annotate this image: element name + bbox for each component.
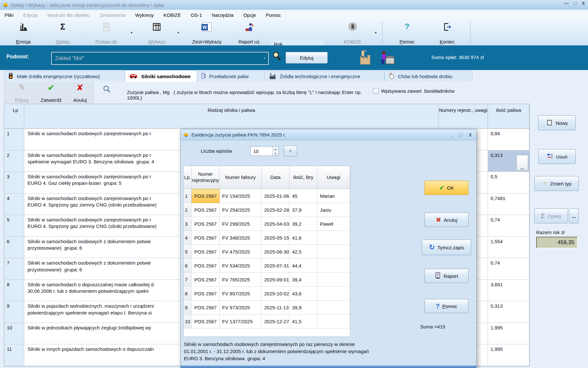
row-ilosc[interactable]: 0,313 bbox=[488, 301, 529, 323]
cell-ilosc[interactable]: 41,6 bbox=[289, 231, 317, 245]
cell-numer-rejestracyjny[interactable]: POS 2567 bbox=[192, 231, 220, 245]
cell-lp[interactable]: 10 bbox=[184, 315, 192, 328]
cell-numer-faktury[interactable]: FV 475/2025 bbox=[220, 245, 262, 259]
row-ilosc[interactable]: 0,74 bbox=[488, 215, 529, 237]
dialog-pomoc-button[interactable]: ? Pomoc bbox=[424, 299, 469, 313]
usun-button[interactable]: Usuń bbox=[538, 149, 576, 164]
cell-ilosc[interactable]: 39,9 bbox=[289, 301, 317, 315]
cell-lp[interactable]: 2 bbox=[184, 203, 192, 217]
zestaw-zb-button[interactable]: Zestaw.zb. bbox=[85, 21, 128, 45]
maximize-icon[interactable]: □ bbox=[574, 1, 576, 6]
pomoc-button[interactable]: ? Pomoc bbox=[388, 21, 426, 45]
cell-numer-rejestracyjny[interactable]: POS 2567 bbox=[192, 259, 220, 273]
edytuj-button[interactable]: ✎ Edytuj bbox=[9, 83, 35, 103]
menu-opcje[interactable]: Opcje bbox=[243, 12, 256, 18]
row-ilosc[interactable]: 0,7481 bbox=[488, 194, 529, 215]
add-entry-button[interactable]: + bbox=[284, 146, 297, 157]
cell-data[interactable]: 2025-05-15 bbox=[262, 231, 289, 245]
minimize-icon[interactable]: — bbox=[564, 1, 569, 6]
dialog-maximize-icon[interactable]: □ bbox=[459, 132, 462, 137]
podmiot-combobox[interactable]: Zakład "Mol" ▼ bbox=[51, 52, 269, 65]
cell-uwagi[interactable]: Paweł bbox=[317, 217, 350, 231]
ok-button[interactable]: ✔ OK bbox=[424, 181, 469, 195]
spin-up-icon[interactable]: ▲ bbox=[273, 147, 278, 151]
cell-data[interactable]: 2025-10-02 bbox=[262, 287, 289, 301]
row-ilosc-selected[interactable]: 0,313 ... bbox=[488, 150, 529, 172]
close-icon[interactable]: X bbox=[582, 1, 585, 6]
podmiot-edytuj-button[interactable]: Edytuj bbox=[286, 52, 328, 64]
cell-numer-faktury[interactable]: FV 973/2025 bbox=[220, 301, 262, 315]
cell-data[interactable]: 2025-02-28 bbox=[262, 203, 289, 217]
cell-ilosc[interactable]: 37,9 bbox=[289, 203, 317, 217]
cell-numer-faktury[interactable]: FV 534/2025 bbox=[220, 259, 262, 273]
cell-numer-rejestracyjny[interactable]: POS 2567 bbox=[192, 301, 220, 315]
cell-uwagi[interactable] bbox=[317, 315, 350, 328]
wykazy-dropdown-icon[interactable]: ▼ bbox=[177, 31, 180, 34]
person-at-desk-icon[interactable] bbox=[378, 51, 397, 66]
cell-numer-rejestracyjny-selected[interactable]: POS 2567 bbox=[192, 189, 220, 203]
row-ilosc[interactable]: 1,554 bbox=[488, 237, 529, 258]
cell-lp[interactable]: 9 bbox=[184, 301, 192, 315]
zmien-typ-button[interactable]: ☞ Zmień typ bbox=[534, 176, 579, 191]
nowy-button[interactable]: Nowy bbox=[538, 115, 576, 130]
cell-uwagi[interactable]: Jasiu bbox=[317, 203, 350, 217]
menu-os1[interactable]: OS-1 bbox=[191, 12, 202, 18]
oplaty-side-button[interactable]: Σ Opłaty bbox=[534, 208, 568, 223]
cell-numer-rejestracyjny[interactable]: POS 2567 bbox=[192, 245, 220, 259]
cell-uwagi[interactable] bbox=[317, 301, 350, 315]
cell-numer-rejestracyjny[interactable]: POS 2567 bbox=[192, 315, 220, 328]
dialog-title-bar[interactable]: Ewidencja zużycia paliwa PKN 7654 2025 r… bbox=[181, 129, 476, 140]
cell-numer-faktury[interactable]: FV 765/2025 bbox=[220, 273, 262, 287]
menu-wykresy[interactable]: Wykresy bbox=[135, 12, 153, 18]
row-ilosc[interactable]: 3,691 bbox=[488, 280, 529, 302]
dialog-close-icon[interactable]: X bbox=[469, 132, 472, 137]
cell-lp[interactable]: 7 bbox=[184, 273, 192, 287]
raport-uz-button[interactable]: Raport uż. bbox=[231, 21, 269, 45]
spin-down-icon[interactable]: ▼ bbox=[273, 151, 278, 156]
bioskladniki-checkbox[interactable] bbox=[373, 88, 379, 94]
cell-ilosc[interactable]: 39,4 bbox=[289, 273, 317, 287]
wykazy-button[interactable]: Wykazy bbox=[139, 21, 175, 45]
menu-narzedzia[interactable]: Narzędzia bbox=[212, 12, 234, 18]
cell-uwagi[interactable]: Marian bbox=[317, 189, 350, 203]
cell-data[interactable]: 2025-11-13 bbox=[262, 301, 289, 315]
oplaty-button[interactable]: Σ Opłaty bbox=[44, 21, 82, 45]
cell-data[interactable]: 2025-12-27 bbox=[262, 315, 289, 328]
cell-numer-rejestracyjny[interactable]: POS 2567 bbox=[192, 217, 220, 231]
cell-numer-rejestracyjny[interactable]: POS 2567 bbox=[192, 203, 220, 217]
cell-numer-rejestracyjny[interactable]: POS 2567 bbox=[192, 273, 220, 287]
cell-numer-faktury[interactable]: FV 154/2025 bbox=[220, 189, 262, 203]
cell-data[interactable]: 2025-06-30 bbox=[262, 245, 289, 259]
cell-data[interactable]: 2025-04-03 bbox=[262, 217, 289, 231]
koniec-button[interactable]: Koniec bbox=[428, 21, 466, 45]
cell-data[interactable]: 2025-07-31 bbox=[262, 259, 289, 273]
cell-data[interactable]: 2025-01-06 bbox=[262, 189, 289, 203]
row-ilosc[interactable]: 0,74 bbox=[488, 258, 529, 280]
zest-wykazy-button[interactable]: W Zest+Wykazy bbox=[185, 21, 229, 45]
menu-kobize[interactable]: KOBiZE bbox=[164, 12, 181, 18]
cell-lp[interactable]: 4 bbox=[184, 231, 192, 245]
search-fuel-icon[interactable] bbox=[102, 85, 111, 95]
tab-zrodla-technologiczne[interactable]: Źródła technologiczne i energetyczne bbox=[265, 71, 384, 81]
tab-przeladunek-paliw[interactable]: Przeładunek paliw bbox=[197, 71, 265, 81]
cell-lp[interactable]: 1 bbox=[184, 189, 192, 203]
cell-uwagi[interactable] bbox=[317, 259, 350, 273]
kobize-dropdown-icon[interactable]: ▼ bbox=[374, 31, 377, 34]
row-ilosc[interactable]: 1,995 bbox=[488, 323, 529, 345]
cell-uwagi[interactable] bbox=[317, 245, 350, 259]
cell-lp[interactable]: 8 bbox=[184, 287, 192, 301]
tab-male-zrodla[interactable]: Małe źródła energetyczne (ryczałtowo) bbox=[4, 71, 126, 81]
raport-button[interactable]: Raport bbox=[424, 269, 469, 283]
menu-pliki[interactable]: Pliki bbox=[5, 12, 14, 18]
cell-numer-faktury[interactable]: FV 299/2025 bbox=[220, 217, 262, 231]
cell-numer-faktury[interactable]: FV 348/2025 bbox=[220, 231, 262, 245]
cell-numer-faktury[interactable]: FV 857/2025 bbox=[220, 287, 262, 301]
cell-numer-faktury[interactable]: FV 254/2025 bbox=[220, 203, 262, 217]
cell-ilosc[interactable]: 41,5 bbox=[289, 315, 317, 328]
cell-ilosc[interactable]: 45 bbox=[289, 189, 317, 203]
cell-data[interactable]: 2025-09-01 bbox=[262, 273, 289, 287]
search-icon[interactable]: ? bbox=[271, 51, 282, 65]
row-ilosc[interactable]: 0,5 bbox=[488, 172, 529, 194]
tab-chow-drobiu[interactable]: Chów lub hodowla drobiu bbox=[384, 71, 472, 81]
dialog-anuluj-button[interactable]: ✖ Anuluj bbox=[424, 213, 469, 227]
